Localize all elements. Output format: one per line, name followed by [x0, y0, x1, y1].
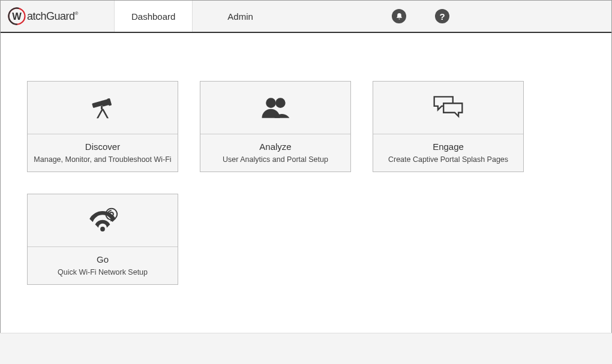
card-discover-subtitle: Manage, Monitor, and Troubleshoot Wi-Fi	[32, 155, 173, 164]
card-analyze[interactable]: Analyze User Analytics and Portal Setup	[200, 81, 351, 172]
help-icon: ?	[439, 11, 445, 22]
card-analyze-icon-area	[200, 82, 350, 134]
card-go-text: Go Quick Wi-Fi Network Setup	[28, 247, 178, 284]
tab-dashboard[interactable]: Dashboard	[114, 1, 193, 32]
svg-point-9	[100, 227, 105, 231]
watchguard-logo-icon: W	[8, 7, 26, 25]
card-go-title: Go	[32, 254, 173, 264]
card-go-subtitle: Quick Wi-Fi Network Setup	[32, 268, 173, 276]
brand-text: atchGuard	[27, 10, 78, 23]
card-discover[interactable]: Discover Manage, Monitor, and Troublesho…	[27, 81, 178, 172]
wifi-setup-icon	[86, 207, 119, 234]
brand-logo: W atchGuard	[8, 7, 78, 25]
chat-icon	[431, 95, 465, 121]
card-analyze-subtitle: User Analytics and Portal Setup	[205, 155, 346, 164]
card-engage-icon-area	[373, 82, 523, 134]
tab-dashboard-label: Dashboard	[131, 11, 175, 22]
tab-admin-label: Admin	[227, 11, 253, 22]
tab-admin[interactable]: Admin	[211, 1, 270, 32]
users-icon	[259, 96, 292, 120]
notifications-button[interactable]	[392, 9, 406, 23]
telescope-icon	[88, 94, 118, 122]
card-go[interactable]: Go Quick Wi-Fi Network Setup	[27, 194, 178, 285]
help-button[interactable]: ?	[435, 9, 449, 23]
card-engage-subtitle: Create Captive Portal Splash Pages	[378, 155, 518, 164]
topbar: W atchGuard Dashboard Admin ?	[1, 1, 611, 33]
svg-point-8	[275, 98, 286, 108]
dashboard-cards: Discover Manage, Monitor, and Troublesho…	[1, 33, 611, 285]
card-engage[interactable]: Engage Create Captive Portal Splash Page…	[373, 81, 524, 172]
bell-icon	[395, 13, 403, 20]
card-discover-title: Discover	[32, 142, 173, 152]
svg-rect-6	[101, 106, 103, 109]
card-discover-text: Discover Manage, Monitor, and Troublesho…	[28, 134, 178, 172]
card-engage-title: Engage	[378, 142, 518, 152]
svg-text:W: W	[12, 11, 22, 22]
nav-tabs: Dashboard Admin	[114, 1, 270, 32]
footer	[0, 333, 612, 364]
card-engage-text: Engage Create Captive Portal Splash Page…	[373, 134, 523, 172]
card-go-icon-area	[28, 194, 178, 247]
svg-point-7	[266, 98, 276, 108]
card-analyze-text: Analyze User Analytics and Portal Setup	[200, 134, 350, 172]
card-analyze-title: Analyze	[205, 142, 346, 152]
card-discover-icon-area	[28, 82, 178, 134]
